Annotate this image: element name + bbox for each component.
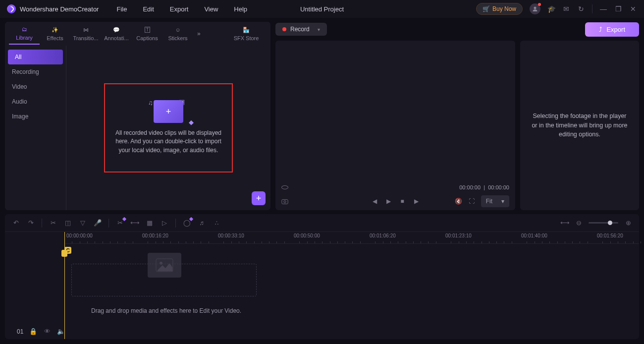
tab-annotations[interactable]: 💬Annotati...: [101, 23, 132, 44]
add-media-button[interactable]: +: [252, 191, 266, 205]
video-canvas[interactable]: [275, 41, 515, 182]
playhead[interactable]: [64, 232, 65, 339]
zoom-out-button[interactable]: ⊖: [575, 219, 583, 227]
sync-icon[interactable]: ↻: [577, 5, 585, 13]
cut-cursor-button[interactable]: ✂: [116, 219, 124, 227]
ruler-tick: 00:01:40:00: [521, 233, 547, 238]
sidebar-item-all[interactable]: All: [8, 50, 63, 64]
record-button[interactable]: Record ▾: [275, 23, 327, 36]
maximize-button[interactable]: ❐: [614, 5, 622, 13]
visibility-icon[interactable]: [281, 185, 288, 189]
pan-zoom-button[interactable]: ▦: [146, 219, 154, 227]
next-frame-button[interactable]: ▶: [413, 198, 420, 205]
export-button[interactable]: ⤴ Export: [585, 22, 639, 37]
transitions-icon: ⋈: [81, 26, 90, 33]
cart-icon: 🛒: [483, 5, 490, 12]
properties-panel: Selecting the footage in the player or i…: [520, 41, 639, 210]
tab-sfx-store[interactable]: 🏪SFX Store: [231, 23, 262, 44]
mute-track-button[interactable]: 🔈: [57, 328, 65, 335]
green-screen-button[interactable]: ◯: [183, 219, 191, 227]
snapshot-button[interactable]: [281, 198, 288, 205]
volume-button[interactable]: 🔇: [455, 198, 462, 205]
buy-now-label: Buy Now: [492, 5, 516, 12]
fit-timeline-button[interactable]: ⟷: [561, 219, 569, 227]
tab-stickers[interactable]: ☺Stickers: [162, 23, 193, 44]
tabs-more[interactable]: »: [193, 30, 205, 37]
time-total: 00:00:00: [488, 184, 509, 190]
import-hint: All recorded video clips will be display…: [112, 129, 225, 155]
fit-label: Fit: [486, 198, 492, 205]
track-dropzone[interactable]: [71, 264, 257, 296]
track-number: 01: [17, 328, 23, 335]
academy-icon[interactable]: 🎓: [547, 5, 555, 13]
account-avatar[interactable]: [530, 3, 540, 14]
ruler-tick: 00:01:06:20: [370, 233, 396, 238]
import-box-highlight: ♫ ▣ ◆ All recorded video clips will be d…: [104, 83, 233, 172]
app-logo: Wondershare DemoCreator: [7, 4, 99, 13]
time-current: 00:00:00: [459, 184, 481, 190]
split-button[interactable]: ✂: [49, 219, 57, 227]
preview-player: 00:00:00 | 00:00:00 ◀ ▶ ■ ▶ 🔇 ⛶ Fit▾: [275, 41, 515, 210]
menu-file[interactable]: File: [116, 5, 127, 13]
tab-transitions-label: Transitio...: [73, 35, 99, 41]
redo-button[interactable]: ↷: [27, 219, 35, 227]
sidebar-item-video[interactable]: Video: [5, 79, 66, 94]
svg-point-0: [534, 7, 537, 9]
tab-transitions[interactable]: ⋈Transitio...: [70, 23, 101, 44]
titlebar: Wondershare DemoCreator File Edit Export…: [0, 0, 644, 18]
close-button[interactable]: ✕: [629, 5, 637, 13]
ruler-tick: 00:01:56:20: [597, 233, 623, 238]
minimize-button[interactable]: —: [599, 5, 607, 13]
hide-track-button[interactable]: 👁: [43, 328, 51, 335]
audio-adjust-button[interactable]: ♬: [198, 219, 206, 227]
fullscreen-button[interactable]: ⛶: [468, 198, 475, 205]
zoom-in-button[interactable]: ⊕: [624, 219, 632, 227]
trim-button[interactable]: ⟷: [131, 219, 139, 227]
speed-button[interactable]: ▷: [161, 219, 168, 227]
stickers-icon: ☺: [173, 26, 182, 33]
tab-library[interactable]: 🗂Library: [9, 23, 40, 45]
menu-help[interactable]: Help: [234, 5, 247, 13]
play-button[interactable]: ▶: [385, 198, 392, 205]
sidebar-item-image[interactable]: Image: [5, 109, 66, 124]
voiceover-button[interactable]: 🎤: [94, 219, 102, 227]
export-icon: ⤴: [599, 26, 602, 33]
separator: [592, 4, 592, 13]
tab-captions-label: Captions: [136, 35, 158, 41]
marker-button[interactable]: ▽: [79, 219, 87, 227]
group-button[interactable]: ⛬: [213, 219, 220, 227]
project-title: Untitled Project: [300, 5, 344, 13]
tab-annotations-label: Annotati...: [104, 35, 129, 41]
ruler-tick: 00:00:50:00: [294, 233, 320, 238]
menu-edit[interactable]: Edit: [143, 5, 154, 13]
menu-export[interactable]: Export: [170, 5, 189, 13]
menu-view[interactable]: View: [204, 5, 218, 13]
lock-track-button[interactable]: 🔒: [29, 328, 37, 335]
crop-button[interactable]: ◫: [64, 219, 72, 227]
tab-effects[interactable]: ✨Effects: [40, 23, 70, 44]
effects-icon: ✨: [51, 26, 59, 33]
timeline-tracks[interactable]: C Drag and drop media and effects here t…: [64, 244, 639, 339]
buy-now-button[interactable]: 🛒 Buy Now: [476, 3, 523, 15]
library-dropzone[interactable]: ♫ ▣ ◆ All recorded video clips will be d…: [66, 46, 270, 210]
timeline-ruler[interactable]: 00:00:00:0000:00:16:2000:00:33:1000:00:5…: [64, 232, 639, 244]
tab-captions[interactable]: 🅃Captions: [132, 23, 162, 44]
prev-frame-button[interactable]: ◀: [371, 198, 378, 205]
sidebar-item-audio[interactable]: Audio: [5, 94, 66, 109]
mail-icon[interactable]: ✉: [562, 5, 570, 13]
timeline-panel: ↶ ↷ ✂ ◫ ▽ 🎤 ✂ ⟷ ▦ ▷ ◯ ♬ ⛬ ⟷ ⊖ ⊕ 00:00:00…: [5, 214, 639, 339]
sidebar-item-recording[interactable]: Recording: [5, 64, 66, 79]
tab-effects-label: Effects: [47, 35, 63, 41]
app-name: Wondershare DemoCreator: [20, 5, 99, 13]
export-label: Export: [606, 26, 625, 33]
zoom-slider[interactable]: [589, 222, 618, 224]
stop-button[interactable]: ■: [399, 198, 406, 205]
drop-hint: Drag and drop media and effects here to …: [91, 307, 241, 314]
zoom-fit-dropdown[interactable]: Fit▾: [481, 195, 509, 207]
library-tabs: 🗂Library ✨Effects ⋈Transitio... 💬Annotat…: [5, 22, 270, 46]
notification-dot: [538, 3, 541, 6]
undo-button[interactable]: ↶: [12, 219, 20, 227]
ruler-tick: 00:01:23:10: [445, 233, 472, 238]
captions-icon: 🅃: [143, 26, 152, 33]
store-icon: 🏪: [242, 26, 251, 33]
